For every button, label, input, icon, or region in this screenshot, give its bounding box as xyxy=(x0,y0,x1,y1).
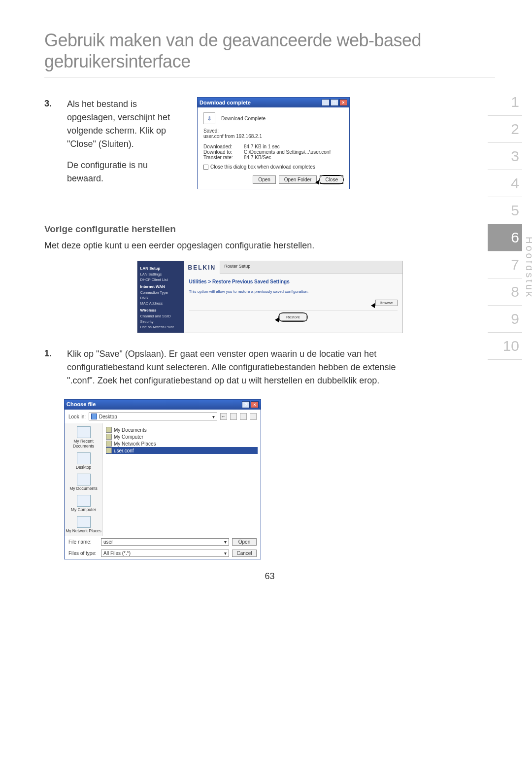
place-recent[interactable]: My Recent Documents xyxy=(65,425,102,449)
sidebar-hdr-wan: Internet WAN xyxy=(140,284,181,289)
saved-label: Saved: xyxy=(203,128,343,134)
step1-number: 1. xyxy=(44,347,58,360)
close-icon[interactable]: × xyxy=(339,99,347,106)
step3-p2: De configuratie is nu bewaard. xyxy=(67,159,182,185)
sidebar-hdr-lan: LAN Setup xyxy=(140,266,181,271)
open-button[interactable]: Open xyxy=(253,175,275,184)
sidebar-item[interactable]: MAC Address xyxy=(140,301,181,306)
chapter-link-8[interactable]: 8 xyxy=(488,278,522,306)
up-icon[interactable] xyxy=(230,413,237,420)
lookin-value: Desktop xyxy=(99,414,117,419)
folder-icon xyxy=(106,441,112,447)
place-computer[interactable]: My Computer xyxy=(65,494,102,513)
browse-button[interactable]: Browse xyxy=(375,300,398,306)
belkin-sidebar: LAN Setup LAN Settings DHCP Client List … xyxy=(137,261,184,333)
close-button[interactable]: Close xyxy=(320,175,343,184)
belkin-desc: This option will allow you to restore a … xyxy=(184,289,402,299)
saved-value: user.conf from 192.168.2.1 xyxy=(203,134,343,139)
sidebar-item[interactable]: Security xyxy=(140,319,181,324)
help-icon[interactable]: ? xyxy=(242,401,250,408)
choose-title: Choose file xyxy=(66,401,96,408)
download-complete-dialog: Download complete _ □ × ⇩ Download Compl… xyxy=(197,97,350,189)
sidebar-item[interactable]: Use as Access Point xyxy=(140,324,181,330)
downloaded-label: Downloaded: xyxy=(203,144,244,149)
step3-text: 3. Als het bestand is opgeslagen, versch… xyxy=(44,97,182,185)
download-header-text: Download Complete xyxy=(221,116,266,121)
cancel-button[interactable]: Cancel xyxy=(232,550,257,557)
chapter-nav: 1 2 3 4 5 6 7 8 9 10 Hoofdstuk xyxy=(488,89,522,360)
minimize-icon[interactable]: _ xyxy=(322,99,330,106)
chapter-link-2[interactable]: 2 xyxy=(488,116,522,143)
places-bar: My Recent Documents Desktop My Documents… xyxy=(65,423,103,536)
close-checkbox-label: Close this dialog box when download comp… xyxy=(210,164,315,170)
file-icon xyxy=(106,448,112,453)
chapter-link-10[interactable]: 10 xyxy=(488,333,522,360)
maximize-icon[interactable]: □ xyxy=(331,99,338,106)
downloadto-value: C:\Documents and Settings\...\user.conf xyxy=(244,149,331,155)
chapter-link-6[interactable]: 6 xyxy=(488,224,522,251)
belkin-logo: BELKIN xyxy=(184,261,221,274)
belkin-topbar: Router Setup xyxy=(220,261,402,274)
lookin-label: Look in: xyxy=(68,414,86,419)
place-documents[interactable]: My Documents xyxy=(65,473,102,492)
sidebar-item[interactable]: Channel and SSID xyxy=(140,313,181,319)
chevron-down-icon: ▾ xyxy=(224,551,227,556)
view-icon[interactable] xyxy=(250,413,257,420)
place-network[interactable]: My Network Places xyxy=(65,515,102,534)
chapter-label: Hoofdstuk xyxy=(524,237,532,299)
downloadto-label: Download to: xyxy=(203,149,244,155)
page-number: 63 xyxy=(44,571,495,582)
step1-text: Klik op "Save" (Opslaan). Er gaat een ve… xyxy=(67,347,422,387)
rate-value: 84.7 KB/Sec xyxy=(244,155,271,160)
close-checkbox[interactable] xyxy=(203,165,208,170)
chapter-link-4[interactable]: 4 xyxy=(488,170,522,197)
back-icon[interactable]: ← xyxy=(220,413,227,420)
close-icon[interactable]: × xyxy=(251,401,259,408)
section-desc: Met deze optie kunt u een eerder opgesla… xyxy=(44,241,495,251)
sidebar-item[interactable]: Connection Type xyxy=(140,290,181,295)
desktop-icon xyxy=(91,414,97,419)
step1: 1. Klik op "Save" (Opslaan). Er gaat een… xyxy=(44,347,495,387)
chapter-link-9[interactable]: 9 xyxy=(488,306,522,333)
chevron-down-icon: ▾ xyxy=(212,414,215,419)
file-item[interactable]: My Network Places xyxy=(106,440,258,447)
open-button[interactable]: Open xyxy=(232,538,257,546)
filename-input[interactable]: user▾ xyxy=(101,538,229,546)
section-title: Vorige configuratie herstellen xyxy=(44,224,495,235)
page-title: Gebruik maken van de geavanceerde web-ba… xyxy=(44,30,495,77)
file-item[interactable]: My Documents xyxy=(106,426,258,433)
file-item-selected[interactable]: user.conf xyxy=(106,447,258,454)
sidebar-item[interactable]: DHCP Client List xyxy=(140,277,181,282)
step3-p1: Als het bestand is opgeslagen, verschijn… xyxy=(67,98,182,151)
folder-icon xyxy=(106,427,112,433)
filetype-label: Files of type: xyxy=(68,551,98,556)
sidebar-item[interactable]: DNS xyxy=(140,295,181,301)
file-item[interactable]: My Computer xyxy=(106,433,258,440)
sidebar-hdr-wireless: Wireless xyxy=(140,308,181,312)
belkin-breadcrumb: Utilities > Restore Previous Saved Setti… xyxy=(184,274,402,289)
choose-file-dialog: Choose file ? × Look in: Desktop ▾ ← My … xyxy=(64,399,261,559)
step3-number: 3. xyxy=(44,97,56,110)
downloaded-value: 84.7 KB in 1 sec xyxy=(244,144,280,149)
restore-button[interactable]: Restore xyxy=(279,313,307,321)
file-list[interactable]: My Documents My Computer My Network Plac… xyxy=(103,423,261,512)
chapter-link-3[interactable]: 3 xyxy=(488,143,522,170)
folder-icon xyxy=(106,434,112,440)
chevron-down-icon: ▾ xyxy=(224,539,227,545)
lookin-select[interactable]: Desktop ▾ xyxy=(89,413,217,420)
place-desktop[interactable]: Desktop xyxy=(65,451,102,471)
belkin-screenshot: LAN Setup LAN Settings DHCP Client List … xyxy=(137,261,403,333)
open-folder-button[interactable]: Open Folder xyxy=(279,175,317,184)
newfolder-icon[interactable] xyxy=(240,413,247,420)
filetype-select[interactable]: All Files (*.*)▾ xyxy=(101,550,229,557)
sidebar-item[interactable]: LAN Settings xyxy=(140,272,181,277)
download-dialog-title: Download complete xyxy=(200,100,251,105)
chapter-link-5[interactable]: 5 xyxy=(488,197,522,224)
rate-label: Transfer rate: xyxy=(203,155,244,160)
download-icon: ⇩ xyxy=(203,112,215,124)
chapter-link-7[interactable]: 7 xyxy=(488,251,522,278)
filename-label: File name: xyxy=(68,539,98,545)
chapter-link-1[interactable]: 1 xyxy=(488,89,522,116)
